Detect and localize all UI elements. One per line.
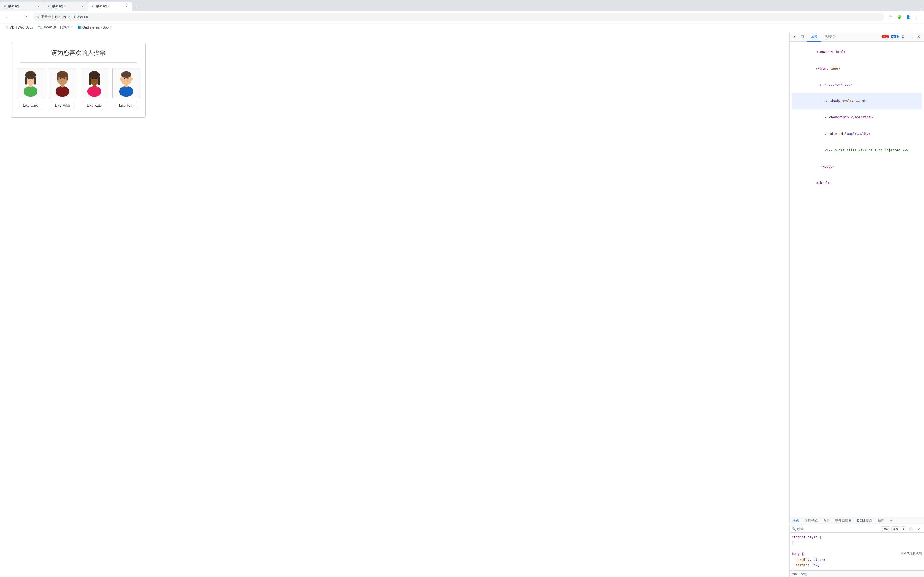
vote-title: 请为您喜欢的人投票	[19, 48, 137, 57]
content-area: 请为您喜欢的人投票	[0, 32, 924, 577]
tab-geeting3-2[interactable]: ▼ geeting3 ×	[44, 2, 88, 11]
svg-point-31	[121, 71, 131, 78]
forward-button[interactable]: →	[13, 13, 21, 21]
bookmark-label: MDN Web Docs	[9, 26, 33, 29]
svg-point-16	[63, 78, 65, 79]
svg-rect-2	[25, 77, 27, 85]
styles-filter-input[interactable]	[797, 527, 879, 531]
styles-tab-computed[interactable]: 计算样式	[801, 517, 820, 525]
avatar-tom	[114, 69, 139, 97]
tab-geeting[interactable]: ▼ geeting ×	[0, 2, 44, 11]
candidate-mike: Like Mike	[48, 68, 76, 109]
device-toolbar-button[interactable]	[800, 34, 806, 40]
dom-html[interactable]: ▶<html lang>	[792, 60, 922, 77]
dom-body-close[interactable]: </body>	[792, 158, 922, 175]
avatar-kate	[82, 69, 107, 97]
svg-rect-10	[29, 84, 32, 87]
svg-rect-14	[66, 75, 68, 80]
styles-tab-events[interactable]: 事件监听器	[832, 517, 855, 525]
like-jane-button[interactable]: Like Jane	[19, 102, 42, 109]
avatar-box-jane	[17, 68, 44, 98]
like-kate-button[interactable]: Like Kate	[83, 102, 106, 109]
candidate-tom: Like Tom	[113, 68, 140, 109]
menu-button[interactable]: ⋮	[913, 13, 921, 21]
svg-point-33	[131, 78, 132, 80]
bookmark-utools[interactable]: 🔧 uTools 新一代效率...	[36, 24, 75, 31]
tab-close[interactable]: ×	[124, 4, 129, 8]
warning-badge: 💬 1	[891, 35, 899, 39]
bookmarks-bar: 📄 MDN Web Docs 🔧 uTools 新一代效率... 📘 Grid …	[0, 23, 924, 32]
bookmark-mdn[interactable]: 📄 MDN Web Docs	[2, 24, 35, 31]
devtools-more-tabs: ✕ 1 💬 1 ⚙ ⋮ ✕	[881, 34, 922, 40]
inspect-element-button[interactable]	[792, 34, 798, 40]
vote-divider	[19, 62, 137, 63]
bookmark-favicon: 📄	[5, 26, 8, 29]
new-style-rule-button[interactable]: 📄	[908, 525, 914, 532]
styles-tab-dom-breakpoints[interactable]: DOM 断点	[855, 517, 875, 525]
avatar-mike	[50, 69, 75, 97]
breadcrumb-bar: html › body	[790, 571, 924, 577]
like-tom-button[interactable]: Like Tom	[115, 102, 137, 109]
profile-button[interactable]: 👤	[904, 13, 912, 21]
avatar-box-kate	[81, 68, 108, 98]
address-input[interactable]: ⚠ 不安全 | 192.168.31.113:8080	[33, 13, 884, 21]
address-text: 192.168.31.113:8080	[54, 15, 881, 19]
bookmark-favicon: 📘	[78, 26, 81, 29]
cls-button[interactable]: .cls	[891, 527, 900, 531]
devtools-close-button[interactable]: ✕	[915, 34, 922, 40]
dom-doctype[interactable]: <!DOCTYPE html>	[792, 44, 922, 60]
tab-elements-label: 元素	[811, 34, 817, 39]
add-style-button[interactable]: +	[901, 527, 906, 531]
like-mike-button[interactable]: Like Mike	[51, 102, 74, 109]
styles-tab-properties[interactable]: 属性	[875, 517, 887, 525]
styles-tab-active[interactable]: 样式	[790, 517, 801, 525]
back-button[interactable]: ←	[3, 13, 11, 21]
candidate-jane: Like Jane	[17, 68, 44, 109]
tab-console-label: 控制台	[825, 34, 836, 39]
avatar-box-tom	[113, 68, 140, 98]
svg-point-25	[92, 78, 93, 79]
reload-button[interactable]: ↻	[23, 13, 31, 21]
styles-tab-more[interactable]: »	[887, 517, 895, 525]
devtools-tab-console[interactable]: 控制台	[822, 32, 839, 42]
new-tab-button[interactable]: +	[133, 3, 141, 11]
svg-point-6	[28, 78, 29, 79]
svg-point-32	[120, 78, 122, 80]
dom-comment[interactable]: <!-- built files will be auto injected -…	[792, 142, 922, 158]
devtools-settings-button[interactable]: ⚙	[900, 34, 906, 40]
breadcrumb-html[interactable]: html	[792, 572, 798, 575]
devtools-toolbar: 元素 控制台 ✕ 1 💬 1 ⚙ ⋮ ✕	[790, 32, 924, 42]
tab-geeting3-active[interactable]: ▼ geeting3 ×	[88, 2, 132, 11]
dom-noscript[interactable]: ▶ <noscript>…</noscript>	[792, 110, 922, 126]
avatar-jane	[18, 69, 43, 97]
styles-tab-layout[interactable]: 布局	[820, 517, 832, 525]
breadcrumb-body[interactable]: body	[801, 572, 807, 575]
devtools-more-button[interactable]: ⋮	[908, 34, 914, 40]
protocol-label: 不安全 |	[41, 15, 53, 19]
tab-close[interactable]: ×	[36, 4, 41, 8]
svg-rect-3	[34, 77, 36, 85]
toggle-element-state-button[interactable]: ↻	[915, 525, 922, 532]
expand-tabs-button[interactable]: ⋮	[919, 6, 924, 11]
svg-point-36	[126, 80, 127, 81]
tab-title: geeting	[8, 5, 35, 8]
dom-body[interactable]: ···▼ <body style> == $0	[792, 93, 922, 110]
insecure-icon: ⚠	[36, 15, 39, 19]
dom-html-close[interactable]: </html>	[792, 175, 922, 192]
address-bar: ← → ↻ ⚠ 不安全 | 192.168.31.113:8080 ☆ 🧩 👤 …	[0, 11, 924, 23]
dom-div-app[interactable]: ▶ <div id="app">…</div>	[792, 126, 922, 142]
devtools-tab-elements[interactable]: 元素	[807, 32, 821, 42]
extensions-button[interactable]: 🧩	[895, 13, 903, 21]
dom-head[interactable]: ▶ <head>…</head>	[792, 77, 922, 93]
tab-title: geeting3	[96, 5, 123, 8]
svg-point-8	[30, 80, 31, 81]
bookmark-star-button[interactable]: ☆	[887, 13, 894, 21]
bookmark-grid[interactable]: 📘 Grid system · Boo...	[75, 24, 113, 31]
hov-button[interactable]: :hov	[880, 527, 890, 531]
address-actions: ☆ 🧩 👤 ⋮	[887, 13, 921, 21]
svg-point-7	[32, 78, 33, 79]
error-badge: ✕ 1	[882, 35, 889, 39]
svg-point-28	[87, 86, 101, 97]
tab-close[interactable]: ×	[80, 4, 85, 8]
svg-rect-38	[125, 84, 128, 87]
